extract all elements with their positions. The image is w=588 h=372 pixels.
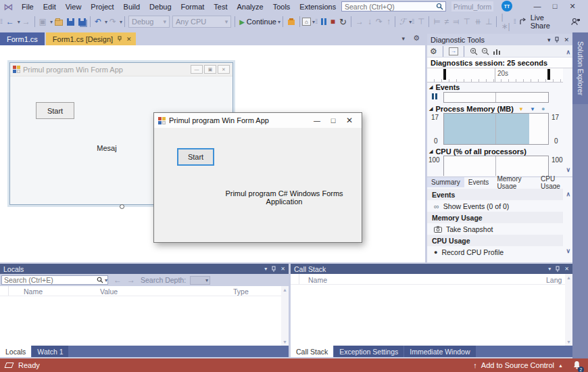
quick-search-box[interactable] (341, 1, 446, 11)
undo-button[interactable]: ↶ (93, 15, 103, 28)
locals-scrollbar[interactable]: ▲ ▼ (281, 286, 289, 346)
timeline-marker[interactable] (547, 69, 550, 80)
close-pane-icon[interactable]: ✕ (564, 266, 569, 272)
take-snapshot-link[interactable]: Take Snapshot (427, 223, 563, 235)
app-window-titlebar[interactable]: Primul program Win Form App — □ ✕ (154, 113, 362, 128)
toolbar-grip[interactable]: ⁞⁞ (514, 18, 518, 25)
collapse-expander-icon[interactable]: ◢ (429, 85, 433, 90)
tab-memory-usage[interactable]: Memory Usage (493, 177, 537, 187)
breakpoint-toggle-button[interactable]: ⊤ (416, 15, 426, 28)
callstack-titlebar[interactable]: Call Stack ▾ ✕ (291, 264, 572, 274)
col-value[interactable]: Value (100, 287, 118, 296)
cpu-chart[interactable] (443, 156, 549, 176)
redo-dropdown-icon[interactable]: ▾ (120, 19, 122, 25)
col-type[interactable]: Type (233, 287, 249, 296)
step-around-button[interactable]: ↷ (374, 15, 384, 28)
restart-button[interactable]: ↻ (338, 15, 348, 28)
live-share-button[interactable]: Live Share (518, 15, 565, 28)
timeline-marker[interactable] (443, 69, 446, 80)
menu-file[interactable]: File (17, 0, 39, 13)
diagnostic-tools-titlebar[interactable]: Diagnostic Tools ▾ ✕ (427, 34, 572, 45)
col-language[interactable]: Lang (546, 276, 562, 284)
collapse-expander-icon[interactable]: ◢ (429, 149, 433, 154)
collapse-expander-icon[interactable]: ◢ (429, 106, 433, 112)
pane-dropdown-icon[interactable]: ▾ (547, 37, 551, 43)
timeline-ruler[interactable]: 20s (427, 68, 563, 83)
continue-button[interactable]: Continue (247, 18, 276, 26)
events-section-header[interactable]: ◢ Events (427, 83, 563, 92)
close-pane-icon[interactable]: ✕ (280, 266, 285, 272)
step-over-button[interactable]: → (354, 15, 365, 28)
navigate-back-button[interactable]: ← (5, 15, 16, 28)
align-lefts-button[interactable]: ⊨ (432, 15, 441, 28)
menu-analyze[interactable]: Analyze (232, 0, 268, 13)
summary-scroll-up-icon[interactable]: ∧ (566, 191, 570, 197)
user-avatar[interactable]: TT (501, 1, 512, 11)
add-to-source-control-button[interactable]: Add to Source Control (481, 361, 554, 369)
app-close-button[interactable]: ✕ (341, 114, 358, 127)
tab-callstack[interactable]: Call Stack (291, 346, 333, 357)
events-swimlane[interactable] (443, 92, 549, 103)
memory-section-header[interactable]: ◢ Process Memory (MB) ▼ ▼ ● (427, 104, 563, 114)
col-name[interactable]: Name (24, 287, 43, 296)
scroll-down-icon[interactable]: ∨ (566, 166, 570, 173)
chart-options-icon[interactable] (493, 47, 501, 55)
save-all-button[interactable] (77, 15, 87, 28)
tab-form1-cs-design[interactable]: Form1.cs [Design] ✕ (46, 32, 136, 45)
menu-project[interactable]: Project (86, 0, 118, 13)
toolbar-grip[interactable]: ⁞⁞ (412, 18, 416, 25)
cpu-section-header[interactable]: ◢ CPU (% of all processors) (427, 147, 563, 156)
tab-events[interactable]: Events (464, 177, 493, 187)
app-start-button[interactable]: Start (177, 148, 214, 166)
pane-dropdown-icon[interactable]: ▾ (264, 266, 267, 272)
align-centers-button[interactable]: ≠ (443, 15, 451, 28)
tab-locals[interactable]: Locals (0, 346, 31, 357)
new-project-dropdown-icon[interactable]: ▾ (50, 19, 53, 25)
record-cpu-link[interactable]: ● Record CPU Profile (427, 246, 563, 258)
app-maximize-button[interactable]: □ (325, 114, 341, 127)
memory-chart[interactable] (443, 113, 549, 145)
pin-icon[interactable] (555, 266, 560, 273)
menu-view[interactable]: View (61, 0, 87, 13)
menu-tools[interactable]: Tools (268, 0, 295, 13)
feedback-button[interactable] (570, 15, 581, 28)
menu-extensions[interactable]: Extensions (295, 0, 341, 13)
scrollbar-up-icon[interactable]: ▲ (566, 274, 571, 281)
solution-configuration-dropdown[interactable]: Debug▾ (128, 16, 170, 28)
toolbar-grip[interactable]: ⁞⁞ (315, 18, 319, 25)
close-pane-icon[interactable]: ✕ (564, 37, 569, 43)
align-bottoms-button[interactable]: ⊥ (484, 15, 493, 28)
menu-test[interactable]: Test (209, 0, 232, 13)
stop-debugging-button[interactable]: ■ (329, 15, 337, 28)
tab-summary[interactable]: Summary (427, 177, 464, 187)
continue-play-icon[interactable]: ▶ (238, 15, 246, 28)
settings-gear-icon[interactable]: ⚙ (430, 47, 437, 56)
close-tab-icon[interactable]: ✕ (126, 36, 132, 43)
tab-immediate-window[interactable]: Immediate Window (404, 346, 475, 357)
summary-scroll-down-icon[interactable]: ∨ (566, 248, 570, 254)
zoom-in-icon[interactable] (470, 47, 478, 55)
undo-dropdown-icon[interactable]: ▾ (105, 19, 107, 25)
col-name[interactable]: Name (308, 276, 327, 284)
menu-format[interactable]: Format (176, 0, 210, 13)
redo-button[interactable]: ↷ (108, 15, 118, 28)
pin-icon[interactable] (271, 266, 276, 273)
show-threads-button[interactable]: ℱ (398, 15, 407, 28)
locals-titlebar[interactable]: Locals ▾ ✕ (0, 264, 289, 274)
open-file-button[interactable] (53, 15, 64, 28)
tab-form1-cs[interactable]: Form1.cs (0, 32, 45, 45)
step-out-button[interactable]: ↑ (385, 15, 392, 28)
search-prev-icon[interactable]: ← (114, 275, 122, 285)
navigate-forward-button[interactable]: → (21, 15, 32, 28)
new-project-button[interactable]: ▣ (38, 15, 48, 28)
designer-mesaj-label[interactable]: Mesaj (80, 144, 134, 152)
menu-build[interactable]: Build (119, 0, 145, 13)
pane-dropdown-icon[interactable]: ▾ (548, 266, 551, 272)
continue-dropdown-icon[interactable]: ▾ (278, 19, 280, 25)
notifications-button[interactable]: 2 (572, 361, 581, 371)
pin-icon[interactable] (117, 36, 122, 42)
locals-search-input[interactable] (2, 276, 97, 284)
pin-icon[interactable] (554, 37, 560, 43)
make-same-width-button[interactable]: ⧺ (473, 15, 483, 28)
tab-watch1[interactable]: Watch 1 (32, 346, 68, 357)
